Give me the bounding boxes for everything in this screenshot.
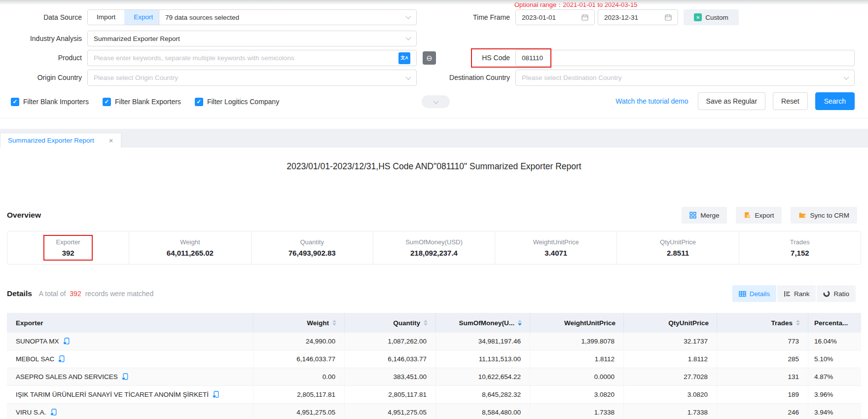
chevron-down-icon: [843, 74, 849, 79]
cell-trades: 246: [717, 404, 808, 419]
table-row[interactable]: MEBOL SAC 6,146,033.77 6,146,033.77 11,1…: [7, 350, 861, 368]
table-row[interactable]: SUNOPTA MX 24,990.00 1,087,262.00 34,981…: [7, 333, 861, 350]
checkbox-checked-icon[interactable]: ✓: [11, 98, 19, 106]
table-row[interactable]: ASEPRO SALES AND SERVICES 0.00 383,451.0…: [7, 368, 861, 386]
sync-to-crm-button[interactable]: Sync to CRM: [791, 207, 857, 224]
import-toggle-button[interactable]: Import: [88, 10, 124, 25]
checkbox-checked-icon[interactable]: ✓: [195, 98, 203, 106]
tutorial-demo-link[interactable]: Watch the tutorial demo: [615, 97, 688, 105]
cell-weight-unit-price: 0.0000: [530, 368, 624, 385]
stat-value: 7,152: [791, 249, 809, 257]
tab-summarized-exporter-report[interactable]: Summarized Exporter Report ×: [0, 133, 121, 148]
custom-timeframe-button[interactable]: ✕ Custom: [684, 9, 739, 25]
company-profile-icon[interactable]: [58, 355, 65, 363]
custom-button-label: Custom: [705, 14, 728, 21]
summary-prefix: A total of: [39, 290, 66, 298]
checkbox-filter-blank-importers[interactable]: ✓ Filter Blank Importers: [11, 98, 89, 106]
exporter-name-link[interactable]: VIRU S.A.: [16, 409, 46, 416]
product-keywords-input[interactable]: [94, 54, 398, 62]
details-view-button[interactable]: Details: [732, 285, 776, 302]
cell-quantity: 2,805,117.81: [345, 386, 436, 403]
export-button[interactable]: Export: [736, 207, 782, 224]
cell-sum-of-money: 10,622,654.22: [436, 368, 530, 385]
end-date-value: 2023-12-31: [604, 14, 638, 21]
cell-quantity: 383,451.00: [345, 368, 436, 385]
origin-country-select[interactable]: Please select Origin Country: [87, 70, 417, 86]
chevron-down-icon: [405, 35, 411, 40]
exporter-name-link[interactable]: ASEPRO SALES AND SERVICES: [16, 373, 118, 381]
stat-value: 3.4071: [544, 249, 567, 257]
hs-code-input[interactable]: [522, 54, 848, 62]
industry-analysis-select[interactable]: Summarized Exporter Report: [87, 31, 417, 46]
data-sources-value: 79 data sources selected: [165, 14, 239, 21]
table-row[interactable]: VIRU S.A. 4,951,275.05 4,951,275.05 8,58…: [7, 404, 861, 419]
industry-analysis-value: Summarized Exporter Report: [94, 35, 180, 42]
start-date-input[interactable]: 2023-01-01: [515, 9, 595, 25]
cell-sum-of-money: 8,584,480.00: [436, 404, 530, 419]
save-as-regular-button[interactable]: Save as Regular: [698, 92, 766, 110]
company-profile-icon[interactable]: [63, 338, 70, 345]
cell-qty-unit-price: 1.8112: [624, 350, 717, 368]
cell-sum-of-money: 11,131,513.00: [436, 350, 530, 368]
stat-weight-unit-price: WeightUnitPrice 3.4071: [495, 231, 616, 264]
column-header-sum-of-money[interactable]: SumOfMoney(U...: [436, 313, 530, 333]
chevron-down-icon: [433, 98, 438, 104]
reset-button[interactable]: Reset: [773, 92, 808, 110]
translate-icon[interactable]: 文A: [398, 52, 410, 64]
overview-heading: Overview: [7, 211, 41, 220]
sort-icon-active-desc[interactable]: [518, 320, 522, 326]
exporter-name-link[interactable]: SUNOPTA MX: [16, 338, 59, 345]
close-icon[interactable]: ×: [109, 136, 113, 145]
rank-view-label: Rank: [794, 290, 810, 298]
column-header-quantity[interactable]: Quantity: [345, 313, 436, 333]
column-header-trades[interactable]: Trades: [717, 313, 808, 333]
checkbox-filter-logitics-company[interactable]: ✓ Filter Logitics Company: [195, 98, 279, 106]
end-date-input[interactable]: 2023-12-31: [598, 9, 678, 25]
start-date-value: 2023-01-01: [522, 14, 556, 21]
column-header-qty-unit-price[interactable]: QtyUnitPrice: [624, 313, 717, 333]
checkbox-checked-icon[interactable]: ✓: [103, 98, 111, 106]
column-header-percentage[interactable]: Percenta...: [808, 313, 861, 333]
stat-quantity: Quantity 76,493,902.83: [251, 231, 373, 264]
export-toggle-button[interactable]: Export: [124, 10, 162, 25]
column-header-weight[interactable]: Weight: [253, 313, 345, 333]
table-row[interactable]: IŞIK TARIM ÜRÜNLERİ SANAYİ VE TİCARET AN…: [7, 386, 861, 404]
cell-sum-of-money: 34,981,197.46: [436, 333, 530, 350]
merge-icon: [689, 212, 696, 219]
stat-label: Weight: [180, 238, 200, 246]
report-tab-bar: Summarized Exporter Report ×: [0, 129, 868, 148]
search-button[interactable]: Search: [815, 92, 855, 110]
ratio-donut-icon: [823, 290, 830, 297]
company-profile-icon[interactable]: [50, 409, 57, 416]
stat-qty-unit-price: QtyUnitPrice 2.8511: [616, 231, 738, 264]
cell-trades: 189: [717, 386, 808, 403]
cell-qty-unit-price: 3.0820: [624, 386, 717, 403]
destination-country-select[interactable]: Please select Destination Country: [515, 70, 855, 86]
data-sources-select[interactable]: 79 data sources selected: [159, 9, 417, 25]
checkbox-filter-blank-exporters[interactable]: ✓ Filter Blank Exporters: [103, 98, 181, 106]
chevron-down-icon: [405, 13, 411, 19]
company-profile-icon[interactable]: [122, 373, 129, 381]
stat-trades: Trades 7,152: [739, 231, 861, 264]
cell-sum-of-money: 8,645,282.32: [436, 386, 530, 403]
stat-label: WeightUnitPrice: [533, 238, 579, 246]
cell-qty-unit-price: 27.7028: [624, 368, 717, 385]
exporter-name-link[interactable]: IŞIK TARIM ÜRÜNLERİ SANAYİ VE TİCARET AN…: [16, 391, 209, 398]
company-profile-icon[interactable]: [213, 391, 219, 398]
data-source-toggle: Import Export: [87, 9, 162, 25]
ratio-view-button[interactable]: Ratio: [817, 285, 856, 302]
cell-weight-unit-price: 1.7338: [530, 404, 624, 419]
column-header-exporter[interactable]: Exporter: [7, 313, 253, 333]
column-header-weight-unit-price[interactable]: WeightUnitPrice: [530, 313, 624, 333]
details-table-icon: [739, 291, 746, 297]
rank-view-button[interactable]: Rank: [777, 285, 816, 302]
cell-weight-unit-price: 1,399.8078: [530, 333, 624, 350]
sort-icon[interactable]: [332, 320, 336, 326]
sort-icon[interactable]: [796, 320, 800, 326]
exporter-name-link[interactable]: MEBOL SAC: [16, 355, 54, 363]
merge-button[interactable]: Merge: [682, 207, 727, 224]
collapse-filters-button[interactable]: [422, 95, 450, 108]
sort-icon[interactable]: [424, 320, 428, 326]
cell-weight: 2,805,117.81: [253, 386, 345, 403]
details-row: Details A total of 392 records were matc…: [7, 285, 856, 302]
